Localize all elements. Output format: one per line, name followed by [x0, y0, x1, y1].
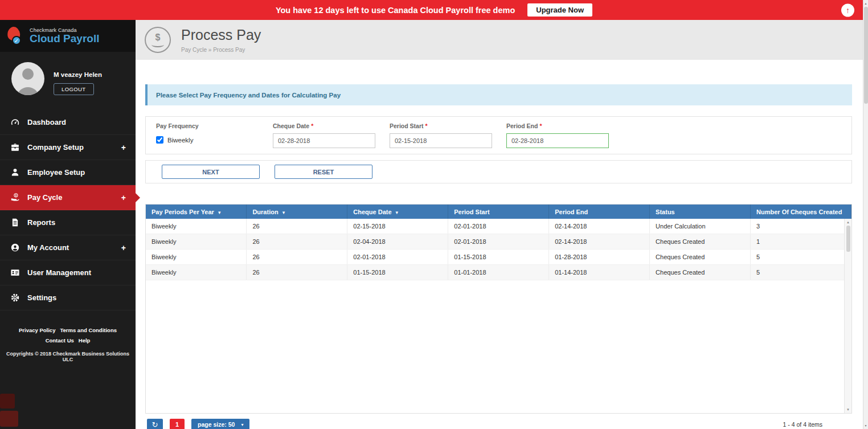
logout-button[interactable]: LOGOUT: [54, 83, 94, 95]
table-cell: 01-14-2018: [549, 265, 650, 280]
user-meta: M veazey Helen LOGOUT: [54, 62, 102, 95]
sort-arrow-icon: ▾: [396, 210, 399, 215]
required-marker: *: [425, 122, 428, 129]
pay-table-header-row: Pay Periods Per Year▾Duration▾Cheque Dat…: [146, 205, 851, 219]
page-size-dropdown[interactable]: page size: 50 ▾: [191, 419, 249, 429]
column-header[interactable]: Number Of Cheques Created: [751, 205, 851, 219]
hand-curve-shape: [152, 42, 164, 47]
scroll-down-icon[interactable]: ▼: [865, 422, 867, 429]
sidebar: ✓ Checkmark Canada Cloud Payroll M veaze…: [0, 20, 136, 429]
items-summary: 1 - 4 of 4 items: [783, 421, 822, 428]
scroll-up-icon[interactable]: ▲: [846, 219, 850, 226]
period-end-input[interactable]: [506, 133, 609, 148]
report-icon: [10, 218, 20, 228]
table-cell: Biweekly: [146, 265, 247, 280]
sidebar-item-settings[interactable]: Settings: [0, 285, 136, 310]
column-header[interactable]: Period Start: [448, 205, 549, 219]
next-button[interactable]: NEXT: [162, 165, 260, 179]
expand-plus-icon: +: [121, 143, 126, 152]
gear-icon: [10, 293, 20, 303]
footer-link-terms[interactable]: Terms and Conditions: [60, 326, 117, 334]
table-cell: Cheques Created: [650, 265, 751, 280]
table-cell: 26: [247, 219, 347, 234]
main-area: $ Process Pay Pay Cycle » Process Pay Pl…: [136, 20, 868, 429]
expand-plus-icon: +: [121, 193, 126, 202]
page-header: $ Process Pay Pay Cycle » Process Pay: [136, 20, 868, 60]
person-icon: [10, 167, 20, 178]
required-marker: *: [539, 122, 542, 129]
table-cell: Cheques Created: [650, 234, 751, 250]
footer-link-contact-us[interactable]: Contact Us: [46, 337, 74, 345]
user-name: M veazey Helen: [54, 71, 102, 78]
brand-text: Checkmark Canada Cloud Payroll: [30, 27, 99, 44]
reset-button[interactable]: RESET: [275, 165, 372, 179]
cheque-date-input[interactable]: [273, 133, 375, 148]
page-scrollbar-thumb[interactable]: [864, 7, 868, 104]
column-header[interactable]: Pay Periods Per Year▾: [146, 205, 247, 219]
alert-message: Please Select Pay Frequency and Dates fo…: [156, 92, 341, 99]
period-start-label-text: Period Start: [390, 122, 424, 129]
period-start-input[interactable]: [390, 133, 492, 148]
table-row[interactable]: Biweekly2602-15-201802-01-201802-14-2018…: [146, 219, 851, 234]
trial-banner: You have 12 days left to use Canada Clou…: [0, 0, 868, 20]
sidebar-item-label: Employee Setup: [27, 168, 85, 177]
period-start-group: Period Start*: [390, 122, 506, 148]
biweekly-label: Biweekly: [167, 137, 193, 144]
sidebar-item-my-account[interactable]: My Account +: [0, 235, 136, 260]
account-icon: [10, 243, 20, 253]
scroll-up-icon[interactable]: ▲: [865, 0, 867, 7]
table-cell: 02-01-2018: [448, 219, 549, 234]
sidebar-item-label: Company Setup: [27, 143, 84, 152]
check-icon: ✓: [12, 36, 21, 45]
table-cell: 01-15-2018: [347, 265, 448, 280]
period-start-label: Period Start*: [390, 122, 506, 129]
table-row[interactable]: Biweekly2601-15-201801-01-201801-14-2018…: [146, 265, 851, 280]
column-header[interactable]: Period End: [549, 205, 650, 219]
page-scrollbar[interactable]: ▲ ▼: [863, 0, 868, 429]
brand-header[interactable]: ✓ Checkmark Canada Cloud Payroll: [0, 20, 136, 52]
pay-periods-table: Pay Periods Per Year▾Duration▾Cheque Dat…: [146, 205, 851, 280]
sidebar-item-reports[interactable]: Reports: [0, 210, 136, 235]
period-end-label-text: Period End: [506, 122, 538, 129]
table-scrollbar-thumb[interactable]: [846, 226, 850, 252]
footer-link-help[interactable]: Help: [79, 337, 91, 345]
period-end-label: Period End*: [506, 122, 623, 129]
table-cell: 26: [247, 234, 347, 250]
table-cell: 02-14-2018: [549, 234, 650, 250]
table-cell: Biweekly: [146, 219, 247, 234]
form-actions-panel: NEXT RESET: [145, 160, 852, 183]
avatar: [11, 62, 44, 95]
sidebar-item-dashboard[interactable]: Dashboard: [0, 110, 136, 135]
page-1-button[interactable]: 1: [170, 419, 185, 429]
column-header[interactable]: Cheque Date▾: [347, 205, 448, 219]
table-scrollbar[interactable]: ▲ ▼: [844, 219, 851, 413]
table-cell: 26: [247, 265, 347, 280]
scroll-down-icon[interactable]: ▼: [846, 406, 850, 413]
column-header[interactable]: Status: [650, 205, 751, 219]
table-cell: 3: [751, 219, 851, 234]
sidebar-menu: Dashboard Company Setup + Employee Setup…: [0, 110, 136, 310]
cheque-date-group: Cheque Date*: [273, 122, 390, 148]
table-cell: 02-14-2018: [549, 219, 650, 234]
pay-table-body: Biweekly2602-15-201802-01-201802-14-2018…: [146, 219, 851, 280]
sidebar-item-pay-cycle[interactable]: Pay Cycle +: [0, 185, 136, 210]
footer-link-privacy-policy[interactable]: Privacy Policy: [19, 326, 55, 334]
page-header-text: Process Pay Pay Cycle » Process Pay: [181, 27, 261, 53]
period-end-group: Period End*: [506, 122, 623, 148]
table-row[interactable]: Biweekly2602-04-201802-01-201802-14-2018…: [146, 234, 851, 250]
pagination-bar: ↻ 1 page size: 50 ▾ 1 - 4 of 4 items: [145, 418, 852, 429]
refresh-button[interactable]: ↻: [147, 419, 163, 429]
table-cell: 02-15-2018: [347, 219, 448, 234]
table-row[interactable]: Biweekly2602-01-201801-15-201801-28-2018…: [146, 250, 851, 265]
scroll-to-top-icon[interactable]: ↑: [841, 3, 854, 17]
sidebar-item-company-setup[interactable]: Company Setup +: [0, 135, 136, 160]
table-cell: 01-15-2018: [448, 250, 549, 265]
upgrade-now-button[interactable]: Upgrade Now: [527, 3, 592, 17]
brand-line2: Cloud Payroll: [30, 33, 99, 44]
biweekly-option[interactable]: Biweekly: [156, 136, 273, 144]
column-header[interactable]: Duration▾: [247, 205, 347, 219]
sidebar-item-user-management[interactable]: User Management: [0, 260, 136, 285]
biweekly-checkbox[interactable]: [156, 136, 163, 144]
sidebar-item-employee-setup[interactable]: Employee Setup: [0, 160, 136, 185]
process-pay-icon: $: [145, 27, 171, 53]
